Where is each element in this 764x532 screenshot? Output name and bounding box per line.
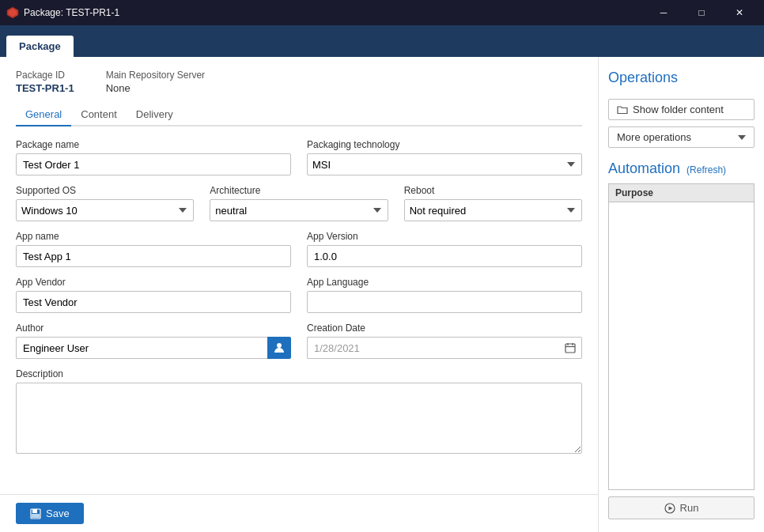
form-row-3: App name App Version	[16, 231, 582, 267]
automation-table: Purpose	[608, 183, 755, 490]
left-panel: Package ID TEST-PR1-1 Main Repository Se…	[0, 57, 598, 494]
package-name-input[interactable]	[16, 153, 291, 175]
package-id-group: Package ID TEST-PR1-1	[16, 70, 74, 94]
supported-os-label: Supported OS	[16, 185, 194, 196]
app-version-label: App Version	[307, 231, 582, 242]
package-id-label: Package ID	[16, 70, 74, 81]
automation-table-body	[609, 202, 754, 345]
tab-delivery[interactable]: Delivery	[127, 104, 183, 126]
description-label: Description	[16, 368, 582, 379]
svg-rect-8	[32, 509, 37, 513]
person-icon	[274, 342, 285, 353]
app-name-group: App name	[16, 231, 291, 267]
svg-rect-3	[565, 344, 575, 353]
svg-rect-9	[32, 514, 40, 518]
maximize-button[interactable]: □	[683, 0, 720, 25]
app-version-input[interactable]	[307, 245, 582, 267]
save-button[interactable]: Save	[16, 503, 84, 524]
tab-general[interactable]: General	[16, 104, 71, 126]
form-row-5: Author Creation Date	[16, 323, 582, 359]
save-icon	[30, 508, 41, 519]
form-row-4: App Vendor App Language	[16, 277, 582, 313]
app-name-label: App name	[16, 231, 291, 242]
minimize-button[interactable]: ─	[645, 0, 682, 25]
more-ops-label: More operations	[617, 131, 691, 143]
repo-group: Main Repository Server None	[106, 70, 205, 94]
package-name-group: Package name	[16, 139, 291, 175]
form-row-1: Package name Packaging technology MSI EX…	[16, 139, 582, 175]
show-folder-button[interactable]: Show folder content	[608, 99, 755, 120]
automation-header: Automation (Refresh)	[608, 160, 755, 177]
architecture-select[interactable]: neutral x86 x64 ARM	[210, 199, 388, 221]
package-tab[interactable]: Package	[6, 36, 74, 57]
description-group: Description	[16, 368, 582, 456]
refresh-link[interactable]: (Refresh)	[686, 164, 726, 175]
app-language-label: App Language	[307, 277, 582, 288]
calendar-button[interactable]	[558, 337, 582, 359]
author-pick-button[interactable]	[267, 337, 291, 359]
packaging-tech-label: Packaging technology	[307, 139, 582, 150]
close-button[interactable]: ✕	[721, 0, 758, 25]
app-language-group: App Language	[307, 277, 582, 313]
app-vendor-label: App Vendor	[16, 277, 291, 288]
main-content: Package ID TEST-PR1-1 Main Repository Se…	[0, 57, 764, 532]
package-name-label: Package name	[16, 139, 291, 150]
title-bar-title: Package: TEST-PR1-1	[24, 7, 119, 18]
app-name-input[interactable]	[16, 245, 291, 267]
package-id-value: TEST-PR1-1	[16, 82, 74, 94]
svg-marker-11	[668, 506, 672, 510]
automation-title: Automation	[608, 160, 680, 177]
packaging-tech-group: Packaging technology MSI EXE MSIX AppV	[307, 139, 582, 175]
app-language-input[interactable]	[307, 291, 582, 313]
folder-icon	[617, 104, 628, 115]
creation-date-input[interactable]	[307, 337, 558, 359]
reboot-group: Reboot Not required Required Optional	[404, 185, 582, 221]
author-group: Author	[16, 323, 291, 359]
svg-point-2	[277, 343, 282, 348]
tab-content[interactable]: Content	[71, 104, 127, 126]
right-panel: Operations Show folder content More oper…	[598, 57, 764, 532]
automation-table-header: Purpose	[609, 184, 754, 202]
operations-title: Operations	[608, 70, 755, 86]
supported-os-select[interactable]: Windows 10 Windows 11 Windows 7 Windows …	[16, 199, 194, 221]
date-input-wrapper	[307, 337, 582, 359]
dropdown-icon	[738, 135, 746, 140]
package-header: Package ID TEST-PR1-1 Main Repository Se…	[16, 70, 582, 94]
architecture-group: Architecture neutral x86 x64 ARM	[210, 185, 388, 221]
title-bar: Package: TEST-PR1-1 ─ □ ✕	[0, 0, 764, 25]
author-input[interactable]	[16, 337, 267, 359]
section-tabs: General Content Delivery	[16, 104, 582, 126]
repo-value: None	[106, 82, 205, 94]
form-row-2: Supported OS Windows 10 Windows 11 Windo…	[16, 185, 582, 221]
tab-bar: Package	[0, 25, 764, 57]
calendar-icon	[565, 342, 576, 353]
architecture-label: Architecture	[210, 185, 388, 196]
packaging-tech-select[interactable]: MSI EXE MSIX AppV	[307, 153, 582, 175]
reboot-label: Reboot	[404, 185, 582, 196]
title-bar-left: Package: TEST-PR1-1	[6, 6, 119, 19]
creation-date-label: Creation Date	[307, 323, 582, 334]
run-label: Run	[680, 502, 699, 514]
reboot-select[interactable]: Not required Required Optional	[404, 199, 582, 221]
more-operations-button[interactable]: More operations	[608, 126, 755, 148]
show-folder-label: Show folder content	[633, 104, 724, 115]
app-vendor-input[interactable]	[16, 291, 291, 313]
app-vendor-group: App Vendor	[16, 277, 291, 313]
app-version-group: App Version	[307, 231, 582, 267]
run-icon	[664, 503, 675, 514]
supported-os-group: Supported OS Windows 10 Windows 11 Windo…	[16, 185, 194, 221]
title-bar-controls: ─ □ ✕	[645, 0, 758, 25]
app-icon	[6, 6, 19, 19]
creation-date-group: Creation Date	[307, 323, 582, 359]
save-label: Save	[46, 507, 70, 519]
run-button[interactable]: Run	[608, 496, 755, 519]
author-input-wrapper	[16, 337, 291, 359]
left-panel-wrapper: Package ID TEST-PR1-1 Main Repository Se…	[0, 57, 598, 532]
description-input[interactable]	[16, 383, 582, 454]
bottom-bar: Save	[0, 494, 598, 532]
repo-label: Main Repository Server	[106, 70, 205, 81]
author-label: Author	[16, 323, 291, 334]
